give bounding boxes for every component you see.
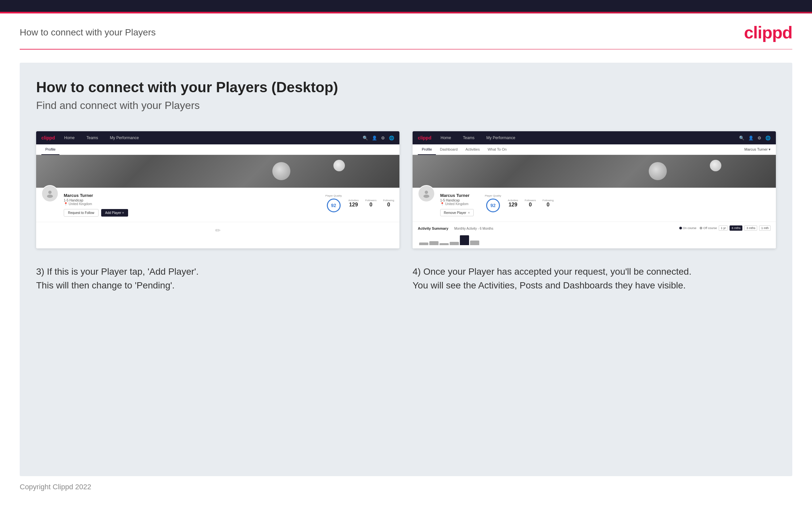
right-legend-oncourse: On course [679,226,697,230]
left-quality-value: 92 [331,203,336,208]
left-hero-small-circle [334,160,345,171]
left-globe-icon[interactable]: 🌐 [389,135,394,140]
legend-offcourse-label: Off course [703,226,717,230]
left-profile-area: Marcus Turner 1-5 Handicap 📍 United King… [36,188,399,222]
chart-bar-3 [440,243,449,245]
right-subnav-user[interactable]: Marcus Turner ▾ [744,147,771,152]
filter-6mths[interactable]: 6 mths [729,225,742,231]
left-activities-value: 129 [348,202,359,208]
left-hero-circle [272,162,290,180]
left-player-name: Marcus Turner [64,193,320,198]
left-stat-following: Following 0 [383,199,394,208]
left-quality-label: Player Quality [325,194,342,197]
legend-offcourse-dot [700,227,702,229]
right-globe-icon[interactable]: 🌐 [765,135,771,140]
right-btn-row: Remove Player × [440,209,479,216]
right-stats-row: Player Quality 92 Activities 129 Followe… [485,194,554,212]
left-nav-teams[interactable]: Teams [84,134,101,142]
left-followers-value: 0 [365,202,376,208]
right-navbar: clippd Home Teams My Performance 🔍 👤 ⚙ 🌐 [413,131,776,145]
remove-player-label: Remove Player [444,211,466,215]
right-activity-filters: On course Off course 1 yr 6 mths 3 mths … [679,225,771,231]
right-activity-title: Activity Summary [418,226,448,230]
left-followers-label: Followers [365,199,376,202]
right-hero-image [413,155,776,188]
top-bar [0,0,812,12]
right-subnav-whattoon[interactable]: What To On [484,145,510,155]
filter-3mths[interactable]: 3 mths [744,225,757,231]
chart-bar-1 [419,242,428,245]
caption-right-text: 4) Once your Player has accepted your re… [413,267,692,290]
right-handicap: 1-5 Handicap [440,199,479,202]
legend-oncourse-dot [679,227,682,229]
right-activity-title-group: Activity Summary Monthly Activity - 6 Mo… [418,225,493,231]
right-search-icon[interactable]: 🔍 [739,135,744,140]
left-subnav: Profile [36,145,399,155]
svg-point-3 [423,194,429,198]
right-nav-teams[interactable]: Teams [460,134,477,142]
left-following-label: Following [383,199,394,202]
right-nav-performance[interactable]: My Performance [484,134,518,142]
screenshots-row: clippd Home Teams My Performance 🔍 👤 ⚙ 🌐… [36,131,776,248]
chart-bar-6 [470,240,479,245]
svg-point-2 [425,191,428,194]
left-user-icon[interactable]: 👤 [372,135,377,140]
footer: Copyright Clippd 2022 [0,476,812,498]
breadcrumb: How to connect with your Players [20,27,156,38]
page-heading: How to connect with your Players (Deskto… [36,79,776,96]
left-nav-performance[interactable]: My Performance [107,134,142,142]
filter-1yr[interactable]: 1 yr [719,225,727,231]
right-subnav-profile[interactable]: Profile [418,145,436,155]
right-subnav-dashboard[interactable]: Dashboard [436,145,461,155]
right-settings-icon[interactable]: ⚙ [757,135,761,140]
left-add-player-button[interactable]: Add Player + [101,209,128,217]
right-activity-chart [418,234,771,245]
svg-point-1 [47,194,53,198]
right-nav-home[interactable]: Home [438,134,454,142]
right-following-value: 0 [543,202,554,208]
page-subheading: Find and connect with your Players [36,100,776,112]
right-activity-header: Activity Summary Monthly Activity - 6 Mo… [418,225,771,231]
pen-icon: ✏ [215,226,221,234]
screenshot-right: clippd Home Teams My Performance 🔍 👤 ⚙ 🌐… [413,131,776,248]
left-nav-home[interactable]: Home [61,134,77,142]
left-location: 📍 United Kingdom [64,202,320,206]
right-location: 📍 United Kingdom [440,202,479,206]
right-hero-small-circle [710,160,721,171]
right-followers-value: 0 [524,202,536,208]
chart-bar-4 [450,242,459,245]
left-screenshot-bottom: ✏ [36,222,399,238]
right-user-icon[interactable]: 👤 [748,135,754,140]
chart-bar-5 [460,235,469,245]
right-hero-circle [649,162,667,180]
right-nav-icons: 🔍 👤 ⚙ 🌐 [739,135,771,140]
remove-player-button[interactable]: Remove Player × [440,209,474,216]
left-activities-label: Activities [348,199,359,202]
right-stat-followers: Followers 0 [524,199,536,208]
left-stats-row: Player Quality 92 Activities 129 Followe… [325,194,394,212]
right-following-label: Following [543,199,554,202]
right-quality-label: Player Quality [485,194,501,197]
right-avatar [418,185,435,202]
location-pin-icon: 📍 [64,202,68,206]
right-subnav-activities[interactable]: Activities [461,145,484,155]
left-following-value: 0 [383,202,394,208]
left-quality-circle: 92 [327,199,341,212]
header-divider [20,49,792,50]
left-stat-followers: Followers 0 [365,199,376,208]
left-handicap: 1-5 Handicap [64,199,320,202]
right-stat-activities: Activities 129 [508,199,518,208]
left-search-icon[interactable]: 🔍 [363,135,368,140]
left-follow-button[interactable]: Request to Follow [64,209,99,217]
left-navbar: clippd Home Teams My Performance 🔍 👤 ⚙ 🌐 [36,131,399,145]
screenshot-left: clippd Home Teams My Performance 🔍 👤 ⚙ 🌐… [36,131,399,248]
left-subnav-profile[interactable]: Profile [41,145,59,155]
right-profile-area: Marcus Turner 1-5 Handicap 📍 United King… [413,188,776,222]
left-settings-icon[interactable]: ⚙ [381,135,385,140]
svg-point-0 [48,191,52,194]
filter-1mth[interactable]: 1 mth [759,225,771,231]
right-legend: On course Off course [679,226,717,230]
left-stat-activities: Activities 129 [348,199,359,208]
main-content: How to connect with your Players (Deskto… [20,63,792,476]
remove-player-x-icon: × [468,211,470,215]
